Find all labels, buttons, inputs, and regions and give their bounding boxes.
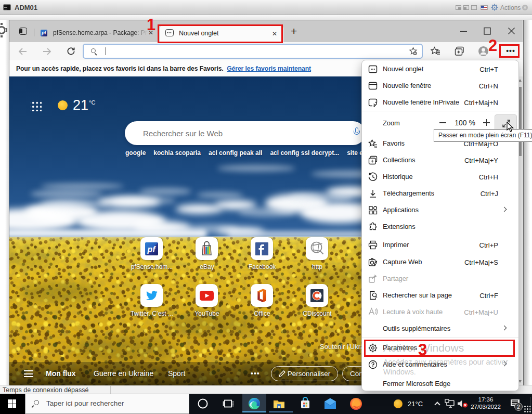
svg-text:pf: pf [147, 245, 156, 254]
